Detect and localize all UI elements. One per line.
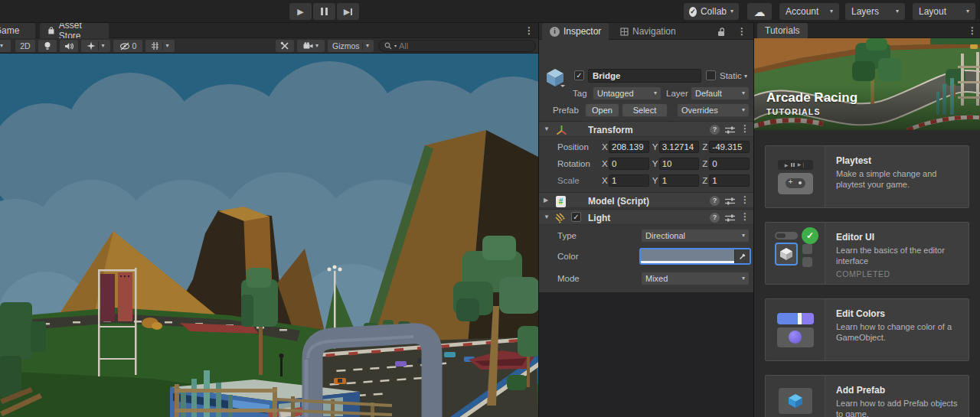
play-button[interactable]: ▶ <box>289 3 312 20</box>
collab-button[interactable]: ✓ Collab ▾ <box>684 3 739 20</box>
color-swatch[interactable] <box>641 249 734 263</box>
gizmos-dropdown[interactable]: Gizmos ▾ <box>328 40 374 52</box>
tutorial-card-edit-colors[interactable]: Edit Colors Learn how to change color of… <box>765 298 969 361</box>
tab-inspector[interactable]: i Inspector <box>542 23 609 40</box>
grid-settings-button[interactable]: ▾ <box>145 40 175 52</box>
static-checkbox[interactable]: ✓ <box>706 70 716 80</box>
presets-icon[interactable] <box>725 197 735 205</box>
gameobject-name-field[interactable] <box>588 69 701 83</box>
scale-x-field[interactable]: 1 <box>609 174 649 187</box>
tutorials-panel: Tutorials ⋮ <box>753 23 980 417</box>
chevron-down-icon: ▾ <box>394 44 397 48</box>
light-type-label: Type <box>557 231 577 240</box>
layers-dropdown[interactable]: Layers ▾ <box>845 3 905 20</box>
prefab-overrides-dropdown[interactable]: Overrides▾ <box>677 103 750 117</box>
layer-dropdown[interactable]: Default▾ <box>691 86 750 100</box>
light-type-dropdown[interactable]: Directional▾ <box>641 229 750 243</box>
game-panel-menu-icon[interactable]: ⋮ <box>524 25 534 36</box>
scale-z-field[interactable]: 1 <box>709 174 750 187</box>
light-enabled-checkbox[interactable]: ✓ <box>571 212 581 222</box>
tab-tutorials[interactable]: Tutorials <box>757 23 808 38</box>
layout-dropdown[interactable]: Layout ▾ <box>913 3 975 20</box>
transform-menu-icon[interactable]: ⋮ <box>740 123 750 134</box>
card-description: Learn how to add Prefab objects to game. <box>836 398 959 417</box>
prefab-select-button[interactable]: Select <box>622 103 668 117</box>
account-dropdown[interactable]: Account ▾ <box>779 3 839 20</box>
hidden-count: 0 <box>132 41 137 50</box>
sphere-icon <box>777 327 814 347</box>
scene-search-field[interactable]: ▾ <box>378 40 536 52</box>
card-thumbnail <box>766 299 825 360</box>
rotation-x-field[interactable]: 0 <box>609 158 649 170</box>
tag-dropdown[interactable]: Untagged▾ <box>593 86 662 100</box>
lighting-toggle-button[interactable] <box>38 40 57 52</box>
foldout-open-icon[interactable]: ▼ <box>544 126 550 132</box>
prefab-cube-icon <box>779 388 812 414</box>
shopping-bag-icon <box>47 26 55 35</box>
unlock-icon[interactable] <box>717 27 726 37</box>
foldout-open-icon[interactable]: ▼ <box>544 214 550 220</box>
help-icon[interactable]: ? <box>710 196 720 206</box>
help-icon[interactable]: ? <box>710 213 720 223</box>
unity-editor-window: ▶ ▶ ✓ Collab ▾ ☁ Account ▾ Layers ▾ Layo… <box>0 0 980 417</box>
gameobject-cube-icon[interactable] <box>545 67 565 87</box>
eyedropper-button[interactable] <box>734 249 750 263</box>
position-label: Position <box>557 142 602 151</box>
tab-asset-store[interactable]: Asset Store <box>40 23 109 38</box>
inspector-menu-icon[interactable]: ⋮ <box>737 26 747 37</box>
effects-icon <box>87 41 96 50</box>
transform-header[interactable]: ▼ Transform ? ⋮ <box>539 121 753 137</box>
model-script-menu-icon[interactable]: ⋮ <box>740 194 750 205</box>
game-scene-render <box>0 54 538 417</box>
light-mode-dropdown[interactable]: Mixed▾ <box>641 272 750 285</box>
selected-cube-icon <box>775 243 798 266</box>
gameobject-active-checkbox[interactable]: ✓ <box>574 70 584 80</box>
tutorial-card-playtest[interactable]: ▶▶｜ Playtest Make a simple change and pl… <box>765 145 969 208</box>
card-title: Editor UI <box>836 232 959 243</box>
info-icon: i <box>550 27 560 37</box>
cloud-services-button[interactable]: ☁ <box>747 3 772 20</box>
light-color-field[interactable] <box>639 248 751 265</box>
step-button[interactable]: ▶ <box>337 3 359 20</box>
tutorials-menu-icon[interactable]: ⋮ <box>967 25 978 36</box>
presets-icon[interactable] <box>725 126 735 134</box>
gizmos-label: Gizmos <box>332 41 360 50</box>
audio-toggle-button[interactable] <box>60 40 78 52</box>
light-header[interactable]: ▼ ✓ Light ? ⋮ <box>539 209 753 225</box>
help-icon[interactable]: ? <box>710 125 720 135</box>
inspector-content: ✓ ✓ Static ▾ Tag Untagged▾ Layer Default… <box>539 40 753 292</box>
light-icon <box>554 213 567 223</box>
card-thumbnail: ▶▶｜ <box>766 146 825 207</box>
prefab-open-button[interactable]: Open <box>585 103 619 117</box>
color-slider-icon <box>777 313 814 324</box>
rotation-y-field[interactable]: 10 <box>659 158 700 170</box>
2d-toggle-button[interactable]: 2D <box>15 40 35 52</box>
pause-button[interactable] <box>313 3 335 20</box>
position-x-field[interactable]: 208.139 <box>609 141 649 153</box>
effects-dropdown-button[interactable]: ▾ <box>81 40 110 52</box>
foldout-closed-icon[interactable]: ▶ <box>544 197 548 204</box>
tab-game[interactable]: Game <box>0 23 35 38</box>
position-y-field[interactable]: 3.12714 <box>659 141 700 153</box>
tool-settings-button[interactable] <box>276 40 294 52</box>
transform-axes-icon <box>556 125 567 135</box>
model-script-header[interactable]: ▶ # Model (Script) ? ⋮ <box>539 192 753 208</box>
draw-mode-dropdown[interactable]: ▾ <box>0 40 11 52</box>
chevron-down-icon: ▾ <box>730 8 733 15</box>
presets-icon[interactable] <box>725 214 735 222</box>
camera-settings-button[interactable]: ▾ <box>297 40 325 52</box>
scene-visibility-button[interactable]: 0 <box>113 40 142 52</box>
game-tabstrip: Game Asset Store ⋮ <box>0 23 538 38</box>
rotation-z-field[interactable]: 0 <box>709 158 750 170</box>
eyedropper-icon <box>739 252 746 260</box>
position-z-field[interactable]: -49.315 <box>709 141 750 153</box>
light-menu-icon[interactable]: ⋮ <box>740 211 750 222</box>
prefab-label: Prefab <box>553 106 579 115</box>
static-dropdown-icon[interactable]: ▾ <box>744 73 747 80</box>
tutorial-card-add-prefab[interactable]: ↑ Add Prefab Learn how to add Prefab obj… <box>765 375 969 417</box>
tab-navigation[interactable]: Navigation <box>612 23 684 40</box>
tab-game-label: Game <box>0 25 19 36</box>
tutorial-card-editor-ui[interactable]: ✓ Editor UI Learn the basics of the edit… <box>765 222 969 285</box>
search-input[interactable] <box>399 41 514 50</box>
scale-y-field[interactable]: 1 <box>659 174 700 187</box>
